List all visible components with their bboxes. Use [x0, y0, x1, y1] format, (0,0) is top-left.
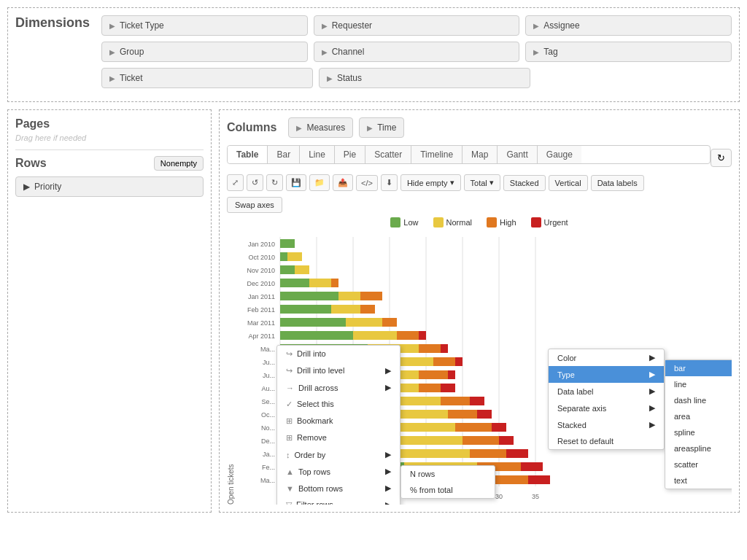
ctx-select-this[interactable]: ✓Select this — [277, 396, 400, 413]
ctx-drill-across[interactable]: →Drill across▶ — [277, 379, 400, 396]
svg-text:No...: No... — [261, 424, 275, 432]
undo-button[interactable]: ↺ — [247, 174, 263, 191]
svg-rect-33 — [280, 331, 353, 340]
type-spline[interactable]: spline — [665, 424, 732, 440]
swap-axes-button[interactable]: Swap axes — [227, 197, 282, 213]
svg-text:Mar 2011: Mar 2011 — [247, 319, 275, 327]
main-container: Dimensions ▶Ticket Type ▶Requester ▶Assi… — [0, 0, 747, 520]
legend-low-label: Low — [403, 218, 418, 227]
svg-text:Oc...: Oc... — [261, 411, 275, 419]
legend-high: High — [487, 217, 516, 228]
toolbar: ⤢ ↺ ↻ 💾 📁 📤 </> ⬇ Hide empty ▾ Total ▾ S… — [227, 174, 732, 191]
legend: Low Normal High Urgent — [227, 217, 732, 228]
svg-rect-35 — [397, 331, 419, 340]
columns-title: Columns — [227, 121, 276, 134]
tab-bar[interactable]: Bar — [268, 146, 300, 163]
type-reset-default[interactable]: Reset to default — [549, 433, 664, 449]
svg-rect-27 — [360, 305, 375, 314]
submenu-pct-from-total[interactable]: % from total — [401, 482, 495, 498]
export-button[interactable]: 📤 — [333, 174, 353, 191]
ctx-drill-into-level[interactable]: ↪Drill into level▶ — [277, 362, 400, 379]
nonempty-button[interactable]: Nonempty — [154, 156, 204, 171]
tab-gantt[interactable]: Gantt — [498, 146, 537, 163]
section-divider — [15, 149, 204, 150]
tab-table[interactable]: Table — [228, 146, 268, 163]
total-dropdown[interactable]: Total ▾ — [464, 174, 500, 191]
ctx-filter-rows[interactable]: ▽Filter rows▶ — [277, 497, 400, 505]
ctx-order-by[interactable]: ↕Order by▶ — [277, 446, 400, 463]
svg-text:30: 30 — [495, 493, 503, 500]
submenu-n-rows[interactable]: N rows — [401, 466, 495, 482]
right-panel: Columns ▶Measures ▶Time Table Bar Line P… — [219, 109, 740, 513]
svg-rect-34 — [353, 331, 397, 340]
svg-text:Jan 2011: Jan 2011 — [248, 293, 275, 300]
rows-title: Rows — [15, 157, 47, 170]
tab-pie[interactable]: Pie — [335, 146, 365, 163]
type-scatter[interactable]: scatter — [665, 456, 732, 472]
svg-text:35: 35 — [532, 493, 539, 500]
type-stacked[interactable]: Stacked▶ — [549, 416, 664, 433]
rows-priority-item[interactable]: ▶ Priority — [15, 176, 204, 197]
ctx-drill-into[interactable]: ↪Drill into — [277, 346, 400, 362]
col-measures[interactable]: ▶Measures — [288, 117, 353, 138]
tab-timeline[interactable]: Timeline — [411, 146, 462, 163]
y-axis-title: Open tickets — [227, 233, 235, 505]
type-data-label[interactable]: Data label▶ — [549, 383, 664, 400]
vertical-button[interactable]: Vertical — [549, 175, 588, 191]
dim-assignee[interactable]: ▶Assignee — [525, 15, 732, 36]
dim-group[interactable]: ▶Group — [101, 42, 308, 62]
ctx-remove[interactable]: ⊞Remove — [277, 429, 400, 446]
svg-rect-66 — [477, 410, 492, 419]
type-areaspline[interactable]: areaspline — [665, 440, 732, 456]
dim-ticket-type[interactable]: ▶Ticket Type — [101, 15, 308, 36]
type-area[interactable]: area — [665, 408, 732, 424]
tab-map[interactable]: Map — [462, 146, 498, 163]
type-separate-axis[interactable]: Separate axis▶ — [549, 400, 664, 416]
legend-high-color — [487, 217, 497, 228]
svg-text:Dec 2010: Dec 2010 — [247, 280, 275, 287]
fullscreen-button[interactable]: ⤢ — [227, 174, 244, 191]
save-button[interactable]: 💾 — [286, 174, 306, 191]
type-bar[interactable]: bar — [665, 360, 732, 376]
col-time[interactable]: ▶Time — [359, 117, 404, 138]
type-type[interactable]: Type▶ — [549, 366, 664, 383]
ctx-top-rows[interactable]: ▲Top rows▶ — [277, 463, 400, 480]
dim-ticket[interactable]: ▶Ticket — [101, 68, 313, 88]
data-labels-button[interactable]: Data labels — [591, 175, 644, 191]
type-submenu: Color▶ Type▶ Data label▶ Separate axis▶ … — [548, 349, 665, 450]
dim-row-3: ▶Ticket ▶Status — [101, 68, 732, 88]
download-button[interactable]: ⬇ — [381, 174, 398, 191]
svg-rect-23 — [360, 292, 382, 300]
svg-rect-18 — [309, 279, 331, 287]
svg-rect-12 — [287, 252, 302, 261]
type-text[interactable]: text — [665, 472, 732, 489]
type-color[interactable]: Color▶ — [549, 349, 664, 366]
ctx-bottom-rows[interactable]: ▼Bottom rows▶ — [277, 480, 400, 497]
refresh-button[interactable]: ↻ — [711, 149, 732, 167]
code-button[interactable]: </> — [356, 175, 378, 191]
ctx-bookmark[interactable]: ⊞Bookmark — [277, 413, 400, 429]
dim-tag[interactable]: ▶Tag — [525, 42, 732, 62]
dim-status[interactable]: ▶Status — [319, 68, 530, 88]
folder-button[interactable]: 📁 — [309, 174, 330, 191]
svg-rect-36 — [419, 331, 426, 340]
dim-channel[interactable]: ▶Channel — [314, 42, 520, 62]
svg-rect-74 — [390, 436, 462, 445]
dim-requester[interactable]: ▶Requester — [314, 15, 520, 36]
pages-title: Pages — [15, 117, 204, 131]
rows-header: Rows Nonempty — [15, 156, 204, 171]
stacked-button[interactable]: Stacked — [503, 175, 546, 191]
dimensions-title: Dimensions — [15, 15, 90, 31]
context-menu: ↪Drill into ↪Drill into level▶ →Drill ac… — [276, 345, 400, 505]
hide-empty-dropdown[interactable]: Hide empty ▾ — [400, 174, 461, 191]
type-dash-line[interactable]: dash line — [665, 392, 732, 408]
tab-gauge[interactable]: Gauge — [538, 146, 581, 163]
tab-scatter[interactable]: Scatter — [365, 146, 411, 163]
svg-rect-26 — [331, 305, 360, 314]
bottom-row: Pages Drag here if needed Rows Nonempty … — [7, 109, 740, 513]
tab-line[interactable]: Line — [300, 146, 335, 163]
svg-text:Feb 2011: Feb 2011 — [247, 306, 275, 314]
legend-urgent-label: Urgent — [544, 218, 568, 227]
redo-button[interactable]: ↻ — [266, 174, 283, 191]
type-line[interactable]: line — [665, 376, 732, 392]
